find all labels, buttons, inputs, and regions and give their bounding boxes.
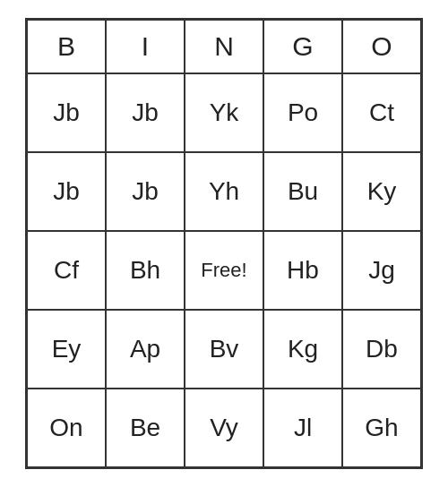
cell-0-4: Ct <box>342 73 421 152</box>
cell-3-0: Ey <box>27 310 106 389</box>
cell-1-3: Bu <box>263 152 342 231</box>
cell-4-2: Vy <box>185 389 263 467</box>
cell-3-4: Db <box>342 310 421 389</box>
cell-4-0: On <box>27 389 106 467</box>
cell-3-3: Kg <box>263 310 342 389</box>
cell-1-4: Ky <box>342 152 421 231</box>
cell-2-4: Jg <box>342 231 421 310</box>
cell-4-4: Gh <box>342 389 421 467</box>
header-cell-g: G <box>263 20 342 73</box>
cell-2-2: Free! <box>185 231 263 310</box>
bingo-card: BINGO JbJbYkPoCtJbJbYhBuKyCfBhFree!HbJgE… <box>25 18 423 469</box>
header-cell-o: O <box>342 20 421 73</box>
row-1: JbJbYhBuKy <box>27 152 421 231</box>
cell-0-0: Jb <box>27 73 106 152</box>
cell-3-2: Bv <box>185 310 263 389</box>
cell-1-0: Jb <box>27 152 106 231</box>
cell-1-1: Jb <box>106 152 185 231</box>
row-4: OnBeVyJlGh <box>27 389 421 467</box>
cell-2-1: Bh <box>106 231 185 310</box>
row-2: CfBhFree!HbJg <box>27 231 421 310</box>
header-row: BINGO <box>27 20 421 73</box>
cell-4-1: Be <box>106 389 185 467</box>
cell-3-1: Ap <box>106 310 185 389</box>
header-cell-b: B <box>27 20 106 73</box>
cell-0-3: Po <box>263 73 342 152</box>
header-cell-n: N <box>185 20 263 73</box>
cell-0-1: Jb <box>106 73 185 152</box>
row-0: JbJbYkPoCt <box>27 73 421 152</box>
row-3: EyApBvKgDb <box>27 310 421 389</box>
cell-4-3: Jl <box>263 389 342 467</box>
cell-1-2: Yh <box>185 152 263 231</box>
cell-0-2: Yk <box>185 73 263 152</box>
header-cell-i: I <box>106 20 185 73</box>
cell-2-3: Hb <box>263 231 342 310</box>
cell-2-0: Cf <box>27 231 106 310</box>
